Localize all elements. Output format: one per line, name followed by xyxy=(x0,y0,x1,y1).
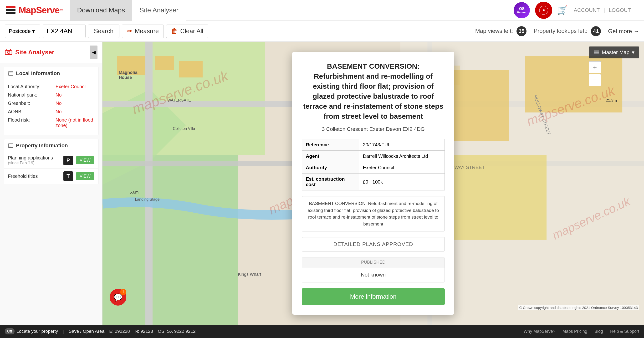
easting: E: 292228 xyxy=(109,329,130,334)
svg-rect-1 xyxy=(6,9,16,11)
postcode-dropdown[interactable]: Postcode ▾ xyxy=(5,24,40,38)
local-info-title: Local Information xyxy=(4,67,98,80)
get-more-button[interactable]: Get more → xyxy=(608,28,639,34)
local-authority-row: Local Authority: Exeter Council xyxy=(8,84,94,90)
partner-badge: OS Partner xyxy=(513,2,530,19)
header: MapServe™ Download Maps Site Analyser OS… xyxy=(0,0,644,21)
save-area-button[interactable]: Save / Open Area xyxy=(69,329,104,334)
locate-toggle: Off Locate your property xyxy=(5,328,58,334)
maps-pricing-link[interactable]: Maps Pricing xyxy=(562,329,587,334)
panel-collapse-button[interactable]: ◀ xyxy=(90,46,98,59)
greenbelt-row: Greenbelt: No xyxy=(8,100,94,106)
postcode-input[interactable] xyxy=(43,24,86,38)
local-info-table: Local Authority: Exeter Council National… xyxy=(4,80,98,135)
more-info-button[interactable]: More information xyxy=(302,288,445,305)
northing: N: 92123 xyxy=(135,329,153,334)
local-info-icon xyxy=(8,70,14,76)
modal-details-table: Reference 20/1743/FUL Agent Darrell Will… xyxy=(302,139,445,190)
logo-area: MapServe™ xyxy=(5,4,63,16)
published-header: PUBLISHED xyxy=(302,258,444,268)
reference-value: 20/1743/FUL xyxy=(359,139,444,151)
modal-card: BASEMENT CONVERSION: Refurbishment and r… xyxy=(292,52,454,315)
freehold-row: Freehold titles T VIEW xyxy=(4,168,98,184)
chat-widget[interactable]: 💬 1 xyxy=(110,289,126,306)
planning-p-icon: P xyxy=(64,156,73,165)
site-analyser-title: Site Analyser xyxy=(5,48,54,56)
download-maps-button[interactable]: Download Maps xyxy=(70,0,132,21)
site-analyser-title-text: Site Analyser xyxy=(15,49,54,56)
property-lookups-count: 41 xyxy=(591,26,601,36)
account-links: ACCOUNT | LOGOUT xyxy=(572,7,632,13)
est-cost-label: Est. construction cost xyxy=(302,174,359,190)
separator-1: | xyxy=(63,329,64,334)
svg-text:⚜: ⚜ xyxy=(542,8,545,12)
cart-icon[interactable]: 🛒 xyxy=(557,5,568,15)
left-panel: Site Analyser ◀ Local Information Local … xyxy=(0,42,102,325)
est-cost-value: £0 - 100k xyxy=(359,174,444,190)
measure-button[interactable]: ✏ Measure xyxy=(122,24,164,38)
logo-tm: ™ xyxy=(60,8,63,12)
property-info-title: Property Information xyxy=(4,139,98,152)
site-analyser-icon xyxy=(5,48,12,56)
planning-row: Planning applications (since Feb '19) P … xyxy=(4,152,98,168)
clearall-button[interactable]: 🗑 Clear All xyxy=(166,24,208,38)
reference-label: Reference xyxy=(302,139,359,151)
coordinates: E: 292228 N: 92123 OS: SX 9222 9212 xyxy=(109,329,196,334)
local-info-section: Local Information Local Authority: Exete… xyxy=(4,67,98,135)
toggle-off-label[interactable]: Off xyxy=(5,328,14,334)
help-support-link[interactable]: Help & Support xyxy=(610,329,639,334)
clearall-label: Clear All xyxy=(180,28,203,35)
authority-row: Authority Exeter Council xyxy=(302,162,445,174)
trash-icon: 🗑 xyxy=(171,27,178,35)
planning-modal: BASEMENT CONVERSION: Refurbishment and r… xyxy=(102,42,644,325)
pencil-icon: ✏ xyxy=(127,27,132,35)
header-icons: OS Partner ⚜ 🛒 ACCOUNT | LOGOUT xyxy=(513,2,632,19)
modal-title: BASEMENT CONVERSION: Refurbishment and r… xyxy=(302,61,445,121)
toolbar: Postcode ▾ Search ✏ Measure 🗑 Clear All … xyxy=(0,21,644,42)
chevron-down-icon: ▾ xyxy=(32,28,35,34)
locate-label: Locate your property xyxy=(16,329,58,334)
why-mapserve-link[interactable]: Why MapServe? xyxy=(524,329,555,334)
svg-rect-2 xyxy=(6,12,16,14)
published-value: Not known xyxy=(302,268,444,282)
main-layout: Site Analyser ◀ Local Information Local … xyxy=(0,42,644,325)
aonb-row: AONB: No xyxy=(8,109,94,114)
svg-point-7 xyxy=(8,51,10,54)
agent-row: Agent Darrell Willcocks Architects Ltd xyxy=(302,151,445,162)
blog-link[interactable]: Blog xyxy=(594,329,603,334)
bottom-bar: Off Locate your property | Save / Open A… xyxy=(0,325,644,338)
property-info-icon xyxy=(8,143,14,148)
map-area[interactable]: HOLLOWAY STREET mapserve.co.uk mapserve.… xyxy=(102,42,644,325)
account-text[interactable]: ACCOUNT xyxy=(574,7,600,13)
property-info-section: Property Information Planning applicatio… xyxy=(4,139,98,184)
toolbar-right: Map views left: 35 Property lookups left… xyxy=(475,26,639,36)
chat-badge: 1 xyxy=(120,289,126,295)
est-cost-row: Est. construction cost £0 - 100k xyxy=(302,174,445,190)
authority-label: Authority xyxy=(302,162,359,174)
measure-label: Measure xyxy=(135,28,159,35)
logo-text: MapServe xyxy=(18,5,60,16)
property-lookups-label: Property lookups left: 41 xyxy=(534,26,601,36)
agent-label: Agent xyxy=(302,151,359,162)
modal-address: 3 Colleton Crescent Exeter Devon EX2 4DG xyxy=(302,126,445,132)
planning-status: DETAILED PLANS APPROVED xyxy=(302,237,445,252)
map-views-label: Map views left: 35 xyxy=(475,26,526,36)
logout-text[interactable]: LOGOUT xyxy=(609,7,631,13)
svg-rect-9 xyxy=(8,72,13,72)
bottom-links: Why MapServe? Maps Pricing Blog Help & S… xyxy=(524,329,639,334)
site-analyser-nav-button[interactable]: Site Analyser xyxy=(132,0,186,21)
national-park-row: National park: No xyxy=(8,92,94,98)
org-badge: ⚜ xyxy=(535,2,552,19)
search-button[interactable]: Search xyxy=(88,24,120,38)
reference-row: Reference 20/1743/FUL xyxy=(302,139,445,151)
map-views-count: 35 xyxy=(516,26,526,36)
freehold-t-icon: T xyxy=(64,172,73,181)
planning-view-button[interactable]: VIEW xyxy=(76,156,94,164)
modal-description: BASEMENT CONVERSION: Refurbishment and r… xyxy=(302,196,445,232)
published-section: PUBLISHED Not known xyxy=(302,257,445,282)
svg-rect-0 xyxy=(6,6,16,8)
logo-icon xyxy=(5,4,17,16)
os-grid: OS: SX 9222 9212 xyxy=(158,329,196,334)
agent-value: Darrell Willcocks Architects Ltd xyxy=(359,151,444,162)
freehold-view-button[interactable]: VIEW xyxy=(76,172,94,180)
